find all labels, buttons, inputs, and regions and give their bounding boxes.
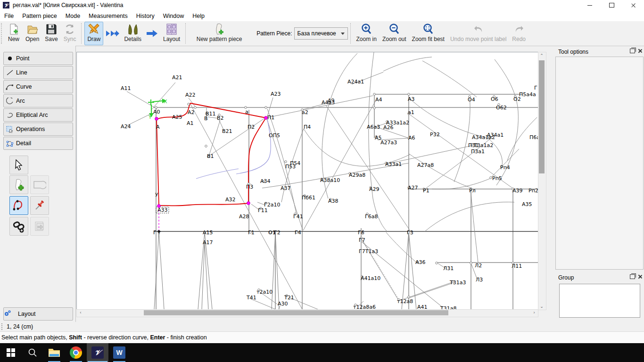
taskbar-search-button[interactable] [22, 343, 43, 362]
point-label[interactable]: A29a8 [349, 172, 365, 178]
point-label[interactable]: Рп2 [528, 188, 538, 194]
point-label[interactable]: a [245, 109, 248, 115]
point-label[interactable]: Г7 [359, 237, 365, 243]
point-label[interactable]: Л11 [512, 263, 522, 269]
point-label[interactable]: Г6a8 [365, 214, 378, 220]
point-label[interactable]: A38 [328, 198, 339, 204]
point-label[interactable]: Г [534, 85, 537, 91]
point-label[interactable]: A29 [369, 186, 380, 192]
point-label[interactable]: A23 [271, 91, 281, 97]
point-label[interactable]: A27 [408, 185, 418, 191]
point-label[interactable]: A33 [157, 207, 168, 213]
point-label[interactable]: X [164, 99, 167, 105]
point-label[interactable]: A2 [188, 109, 195, 115]
menu-mode[interactable]: Mode [61, 13, 84, 19]
point-label[interactable]: A24a1 [347, 79, 364, 85]
point-label[interactable]: O4 [468, 97, 475, 103]
point-label[interactable]: A6a3 [367, 124, 380, 130]
point-label[interactable]: г [158, 230, 161, 236]
point-label[interactable]: Г11 [258, 207, 268, 214]
point-label[interactable]: Т31a8 [440, 305, 456, 309]
point-label[interactable]: П2 [248, 124, 255, 130]
float-panel-icon[interactable] [630, 274, 635, 279]
point-label[interactable]: A35 [522, 201, 532, 207]
point-label[interactable]: П6a [529, 134, 538, 140]
menu-pattern-piece[interactable]: Pattern piece [18, 13, 61, 19]
point-label[interactable]: Рп4 [500, 165, 510, 171]
point-label[interactable]: A1 [187, 120, 194, 126]
close-panel-icon[interactable] [638, 274, 642, 279]
point-label[interactable]: A38a10 [320, 177, 340, 183]
point-label[interactable]: Y [148, 114, 152, 120]
category-elliptical-arc[interactable]: Elliptical Arc [3, 108, 73, 122]
open-button[interactable]: Open [23, 22, 42, 45]
point-label[interactable]: Р1 [423, 188, 429, 194]
scroll-up-icon[interactable]: ⌃ [538, 53, 545, 58]
vertical-scrollbar[interactable]: ⌃ ⌄ [538, 52, 546, 310]
point-label[interactable]: ОП5 [269, 132, 280, 139]
point-label[interactable]: Г [153, 230, 157, 236]
point-label[interactable]: A41 [417, 304, 428, 309]
point-label[interactable]: O6 [491, 96, 498, 102]
point-label[interactable]: A27a8 [417, 162, 434, 168]
point-label[interactable]: т2a10 [256, 289, 272, 295]
point-label[interactable]: Т3a1a2 [473, 142, 493, 148]
point-label[interactable]: A21 [172, 74, 182, 81]
horizontal-scrollbar[interactable]: ‹ › [76, 309, 538, 317]
new-pattern-piece-button[interactable]: New pattern piece [189, 22, 250, 45]
point-label[interactable]: Г2 [274, 230, 281, 236]
point-label[interactable]: Л2 [475, 263, 482, 269]
menu-window[interactable]: Window [159, 13, 188, 19]
point-label[interactable]: A41a10 [361, 275, 380, 281]
point-label[interactable]: В [204, 115, 208, 122]
point-label[interactable]: A25 [172, 114, 182, 120]
zoom-fit-best-button[interactable]: Zoom fit best [409, 22, 447, 45]
point-label[interactable]: A6 [408, 135, 415, 141]
menu-measurements[interactable]: Measurements [84, 13, 132, 19]
point-label[interactable]: A37 [281, 185, 291, 191]
point-label[interactable]: A4 [375, 97, 382, 103]
category-detail[interactable]: Detail [3, 137, 73, 150]
point-label[interactable]: A30 [278, 301, 288, 307]
point-label[interactable]: A17 [203, 239, 213, 246]
group-list[interactable] [559, 284, 640, 318]
scroll-down-icon[interactable]: ⌄ [538, 304, 545, 309]
new-detail-tool[interactable] [9, 175, 28, 194]
point-label[interactable]: П3 [246, 184, 253, 190]
point-label[interactable]: A34 [260, 178, 271, 184]
union-tool[interactable] [9, 217, 28, 236]
point-label[interactable]: В2 [217, 115, 224, 121]
point-label[interactable]: A32 [225, 197, 236, 203]
point-label[interactable]: Г41 [293, 214, 303, 220]
point-label[interactable]: A36 [415, 259, 426, 265]
point-label[interactable]: Л3 [476, 277, 483, 283]
details-mode-button[interactable]: Details [121, 22, 144, 45]
point-label[interactable]: П4 [304, 124, 311, 130]
scroll-left-icon[interactable]: ‹ [77, 310, 84, 315]
taskbar-file-explorer[interactable] [43, 343, 65, 362]
taskbar-word[interactable]: W [108, 343, 130, 362]
close-panel-icon[interactable] [638, 49, 642, 53]
category-line[interactable]: Line [3, 66, 73, 79]
point-label[interactable]: т12a8a6 [353, 304, 376, 309]
point-label[interactable]: В1 [207, 153, 214, 159]
category-point[interactable]: Point [3, 52, 73, 65]
point-label[interactable]: A15 [203, 230, 213, 236]
maximize-button[interactable] [601, 0, 622, 10]
pin-tool[interactable] [30, 196, 49, 215]
select-arrow-tool[interactable] [9, 156, 28, 174]
zoom-out-button[interactable]: Zoom out [380, 22, 409, 45]
point-label[interactable]: Г1 [248, 230, 255, 236]
point-label[interactable]: П1 [267, 115, 274, 121]
point-label[interactable]: O62 [496, 105, 507, 111]
point-label[interactable]: В21 [222, 128, 232, 134]
point-label[interactable]: A26 [383, 124, 394, 131]
point-label[interactable]: A27a3 [380, 140, 397, 146]
float-panel-icon[interactable] [630, 49, 635, 53]
point-label[interactable]: A9 [328, 98, 335, 104]
point-label[interactable]: A11 [121, 85, 131, 91]
point-label[interactable]: Пб61 [302, 195, 315, 201]
point-label[interactable]: П3a1 [471, 148, 485, 155]
internal-path-tool[interactable] [9, 196, 28, 215]
point-label[interactable]: П53 [285, 164, 296, 170]
